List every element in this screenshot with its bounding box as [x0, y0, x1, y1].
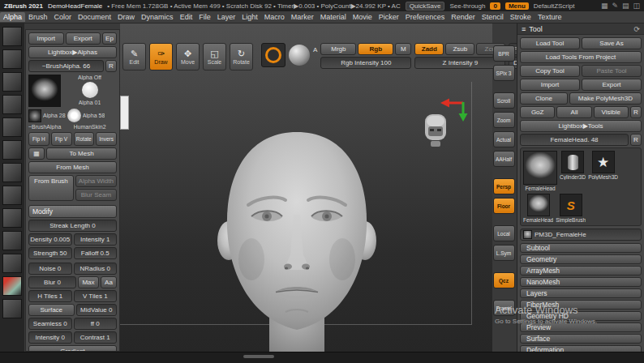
section-layers[interactable]: Layers	[520, 288, 642, 298]
section-surface[interactable]: Surface	[520, 334, 642, 344]
surface-button[interactable]: Surface	[28, 304, 75, 316]
aahalf-button[interactable]: AAHalf	[493, 151, 515, 167]
gradient-button[interactable]: Gradient	[28, 345, 117, 352]
modify-section-header[interactable]: Modify	[28, 205, 117, 218]
section-preview[interactable]: Preview	[520, 322, 642, 332]
paste-tool-button[interactable]: Paste Tool	[582, 65, 642, 77]
menu-item-file[interactable]: File	[195, 12, 214, 22]
alpha-off-label[interactable]: Alpha Off	[78, 75, 101, 80]
section-deformation[interactable]: Deformation	[520, 345, 642, 352]
tool-import-button[interactable]: Import	[520, 79, 580, 91]
strength-slider[interactable]: Strength 50	[28, 247, 72, 259]
menu-item-layer[interactable]: Layer	[214, 12, 239, 22]
material-sphere-preview[interactable]	[289, 45, 310, 66]
sculpt-head-model[interactable]	[195, 117, 399, 352]
rgb-button[interactable]: Rgb	[358, 43, 393, 55]
menu-burger-icon[interactable]: ≡	[522, 25, 526, 33]
m-button[interactable]: M	[395, 43, 411, 55]
zoom-button[interactable]: Zoom	[493, 112, 515, 128]
load-tool-button[interactable]: Load Tool	[520, 37, 580, 49]
midvalue-slider[interactable]: MidValue 0	[76, 304, 118, 316]
menu-item-draw[interactable]: Draw	[114, 12, 138, 22]
goz-r-button[interactable]: R	[630, 106, 642, 118]
falloff-slider[interactable]: Falloff 0.5	[74, 247, 118, 259]
persp-button[interactable]: Persp	[493, 178, 515, 194]
menu-item-macro[interactable]: Macro	[261, 12, 288, 22]
streak-length-slider[interactable]: Streak Length 0	[28, 220, 117, 232]
brush-thumbnail[interactable]	[2, 186, 22, 205]
see-through-value[interactable]: 0	[490, 2, 500, 10]
brush-thumbnail[interactable]	[2, 299, 22, 318]
section-subtool[interactable]: Subtool	[520, 243, 642, 253]
brush-thumbnail[interactable]	[2, 140, 22, 160]
brush-thumbnail[interactable]	[2, 27, 22, 46]
goz-all-button[interactable]: All	[556, 106, 591, 118]
intensity-slider[interactable]: Intensity 1	[74, 233, 118, 246]
tool-palette-header[interactable]: ≡ Tool ⟳	[517, 23, 644, 35]
goz-visible-button[interactable]: Visible	[594, 106, 629, 118]
lsym-button[interactable]: L.Sym	[493, 245, 515, 261]
menu-item-marker[interactable]: Marker	[288, 12, 317, 22]
brush-thumbnail[interactable]	[2, 49, 22, 69]
menu-item-material[interactable]: Material	[317, 12, 350, 22]
blur-seam-button[interactable]: Blur Seam	[75, 189, 117, 201]
rotate-mode-button[interactable]: ↻ Rotate	[230, 43, 253, 70]
stroke-preview-button[interactable]	[261, 43, 286, 67]
section-arraymesh[interactable]: ArrayMesh	[520, 266, 642, 275]
alpha-width-button[interactable]: Alpha Width	[75, 175, 117, 187]
lightbox-alphas-button[interactable]: Lightbox▶Alphas	[28, 46, 117, 58]
menu-item-dynamics[interactable]: Dynamics	[138, 12, 177, 22]
tool-item[interactable]: FemaleHead	[523, 194, 553, 223]
menu-button[interactable]: Menu	[505, 2, 529, 10]
local-button[interactable]: Local	[493, 225, 515, 241]
scrollbar-handle[interactable]	[243, 355, 274, 358]
bottom-scrollbar-track[interactable]	[0, 352, 644, 363]
tool-item[interactable]: ★ PolyMesh3D	[588, 151, 618, 191]
copy-tool-button[interactable]: Copy Tool	[520, 65, 580, 77]
menu-item-picker[interactable]: Picker	[376, 12, 402, 22]
tool-head-icon[interactable]	[422, 113, 449, 150]
polymesh3d-thumbnail[interactable]: ★	[592, 151, 615, 173]
brush-thumbnail[interactable]	[2, 208, 22, 228]
doc-icon[interactable]: ▤	[622, 2, 629, 10]
brush-thumbnail[interactable]	[2, 163, 22, 182]
tool-item[interactable]: Cylinder3D	[560, 151, 586, 191]
max-button[interactable]: Max	[78, 276, 99, 288]
simplebrush-thumbnail[interactable]: S	[560, 194, 582, 216]
brush-thumbnail[interactable]	[2, 254, 22, 273]
alpha-28-thumbnail[interactable]	[28, 109, 41, 122]
current-alpha-thumbnail[interactable]	[28, 75, 61, 107]
tool-item[interactable]: S SimpleBrush	[556, 194, 586, 223]
alpha-inverse-button[interactable]: Invers	[96, 132, 117, 146]
current-alpha-slider[interactable]: ~BrushAlpha. 66	[28, 60, 104, 72]
cylinder3d-thumbnail[interactable]	[561, 151, 584, 173]
section-geometry[interactable]: Geometry	[520, 254, 642, 264]
menu-item-light[interactable]: Light	[238, 12, 261, 22]
bpr-button[interactable]: BPR	[493, 45, 515, 62]
zsub-button[interactable]: Zsub	[445, 43, 474, 55]
brush-thumbnail[interactable]	[2, 231, 22, 250]
femalehead-small-thumbnail[interactable]	[527, 194, 550, 216]
alpha-export-button[interactable]: Export	[66, 32, 101, 45]
menu-item-texture[interactable]: Texture	[535, 12, 565, 22]
grid-icon[interactable]: ▦	[601, 2, 608, 10]
color-swatch-thumbnail[interactable]	[2, 276, 22, 296]
mrgb-button[interactable]: Mrgb	[320, 43, 356, 55]
quicksave-button[interactable]: QuickSave	[406, 2, 445, 11]
brush-thumbnail[interactable]	[2, 72, 22, 92]
v-tiles-slider[interactable]: V Tiles 1	[74, 290, 118, 302]
edit-mode-button[interactable]: ✎ Edit	[122, 43, 146, 70]
alpha-01-thumbnail[interactable]	[82, 82, 98, 98]
density-slider[interactable]: Density 0.005	[28, 233, 72, 246]
current-tool-slider[interactable]: FemaleHead. 48	[520, 134, 629, 146]
menu-item-brush[interactable]: Brush	[25, 12, 51, 22]
make-polymesh3d-button[interactable]: Make PolyMesh3D	[569, 92, 642, 105]
spix-button[interactable]: SPix 3	[493, 65, 515, 81]
zadd-button[interactable]: Zadd	[414, 43, 444, 55]
blur-slider[interactable]: Blur 0	[28, 276, 76, 288]
seamless-slider[interactable]: Seamless 0	[28, 318, 72, 330]
from-brush-button[interactable]: From Brush	[28, 175, 74, 201]
scale-mode-button[interactable]: ◱ Scale	[203, 43, 226, 70]
menu-item-edit[interactable]: Edit	[177, 12, 196, 22]
refresh-icon[interactable]: ⟳	[633, 25, 640, 33]
